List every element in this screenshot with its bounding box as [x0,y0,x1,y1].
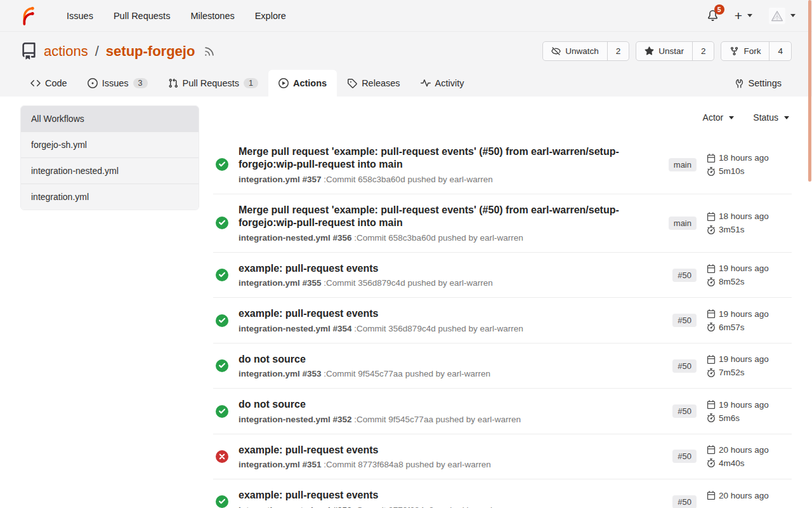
navbar-link-explore[interactable]: Explore [245,0,296,31]
x-circle-icon [216,450,228,463]
pulse-icon [421,78,431,88]
check-circle-icon [216,359,228,372]
tools-icon [735,79,744,88]
forks-count[interactable]: 4 [769,42,791,60]
create-new-button[interactable]: + [735,9,752,22]
navbar-links: Issues Pull Requests Milestones Explore [56,0,296,31]
avatar [769,8,785,24]
repo-action-buttons: Unwatch 2 Unstar 2 Fork [542,41,792,61]
workflow-run-list: Merge pull request 'example: pull-reques… [213,136,792,508]
run-ref-badge[interactable]: #50 [672,359,697,373]
run-title-link[interactable]: example: pull-request events [239,262,632,275]
run-duration: 8m52s [707,277,790,286]
run-ref-badge[interactable]: #50 [672,269,697,282]
run-ref-badge[interactable]: #50 [672,314,697,327]
chevron-down-icon [729,116,734,119]
tab-issues[interactable]: Issues 3 [77,70,158,97]
tab-settings[interactable]: Settings [724,70,792,97]
calendar-icon [707,212,716,221]
check-circle-icon [216,405,228,418]
tab-activity[interactable]: Activity [410,70,475,97]
check-circle-icon [216,314,228,327]
run-title-link[interactable]: Merge pull request 'example: pull-reques… [239,204,632,230]
run-subtitle: integration.yml #355 :Commit 356d879c4d … [239,278,662,288]
issue-icon [88,78,98,88]
watchers-count[interactable]: 2 [607,42,629,60]
sidebar-item-integration-yml[interactable]: integration.yml [21,184,199,210]
check-circle-icon [216,217,228,229]
run-ref-badge[interactable]: #50 [672,404,697,418]
page-header: Issues Pull Requests Milestones Explore … [0,0,812,97]
fork-icon [730,46,739,56]
chevron-down-icon [747,14,752,17]
tab-pull-requests[interactable]: Pull Requests 1 [158,70,268,97]
top-navbar: Issues Pull Requests Milestones Explore … [0,0,812,32]
stopwatch-icon [707,413,716,422]
runs-column: Actor Status Merge pull request 'example… [213,105,792,508]
tab-actions[interactable]: Actions [268,70,337,97]
navbar-link-issues[interactable]: Issues [56,0,103,31]
run-duration: 3m51s [707,225,790,234]
run-duration: 7m52s [707,368,790,377]
fork-button: Fork 4 [721,41,792,61]
calendar-icon [707,355,716,364]
run-time: 18 hours ago [707,153,790,163]
calendar-icon [707,400,716,409]
sidebar-item-all-workflows[interactable]: All Workflows [21,106,199,132]
navbar-link-milestones[interactable]: Milestones [180,0,244,31]
breadcrumb-separator: / [95,43,99,60]
workflow-sidebar: All Workflows forgejo-sh.yml integration… [20,105,199,210]
notifications-bell-icon[interactable]: 5 [707,10,718,21]
pull-request-icon [168,78,178,88]
actor-filter-dropdown[interactable]: Actor [703,109,735,126]
code-icon [30,78,41,88]
run-title-link[interactable]: example: pull-request events [239,307,632,320]
run-title-link[interactable]: do not source [239,398,632,411]
stars-count[interactable]: 2 [692,42,714,60]
run-subtitle: integration.yml #351 :Commit 8773f684a8 … [239,460,662,469]
run-title-link[interactable]: Merge pull request 'example: pull-reques… [239,145,632,171]
run-duration: 6m57s [707,323,790,332]
run-title-link[interactable]: do not source [239,353,632,366]
stopwatch-icon [707,323,716,331]
page-scrollbar[interactable] [808,0,811,182]
run-filters: Actor Status [213,105,792,126]
run-subtitle: integration.yml #357 :Commit 658c3ba60d … [239,175,658,184]
workflow-run-row: example: pull-request events integration… [213,479,792,508]
workflow-run-row: example: pull-request events integration… [213,252,792,297]
stopwatch-icon [707,167,716,176]
run-ref-badge[interactable]: #50 [672,450,697,463]
rss-icon[interactable] [204,46,215,57]
run-time: 18 hours ago [707,211,790,221]
sidebar-item-forgejo-sh-yml[interactable]: forgejo-sh.yml [21,132,199,158]
check-circle-icon [216,269,228,281]
run-subtitle: integration.yml #353 :Commit 9f545c77aa … [239,369,662,378]
tab-code[interactable]: Code [20,70,77,97]
run-title-link[interactable]: example: pull-request events [239,444,632,457]
navbar-link-pull-requests[interactable]: Pull Requests [103,0,180,31]
chevron-down-icon [784,116,789,119]
status-filter-dropdown[interactable]: Status [753,109,789,126]
check-circle-icon [216,158,228,171]
sidebar-item-integration-nested-yml[interactable]: integration-nested.yml [21,158,199,184]
run-title-link[interactable]: example: pull-request events [239,489,632,502]
repo-name-link[interactable]: setup-forgejo [106,43,195,60]
run-time: 19 hours ago [707,354,790,364]
main-content: All Workflows forgejo-sh.yml integration… [0,97,812,508]
plus-icon: + [735,9,742,22]
chevron-down-icon [790,14,796,17]
run-ref-badge[interactable]: #50 [672,495,697,508]
tab-count-badge: 1 [244,78,258,88]
run-subtitle: integration-nested.yml #356 :Commit 658c… [239,233,658,243]
user-avatar-menu[interactable] [769,8,796,24]
check-circle-icon [216,495,228,508]
eye-slash-icon [551,46,561,56]
star-icon [645,46,654,56]
run-ref-badge[interactable]: main [669,158,697,171]
forgejo-logo-icon[interactable] [16,5,37,26]
tab-releases[interactable]: Releases [337,70,410,97]
tab-count-badge: 3 [133,78,148,88]
run-ref-badge[interactable]: main [669,217,697,230]
repo-header: actions / setup-forgejo Unwatch 2 [0,32,812,69]
repo-owner-link[interactable]: actions [44,43,88,60]
